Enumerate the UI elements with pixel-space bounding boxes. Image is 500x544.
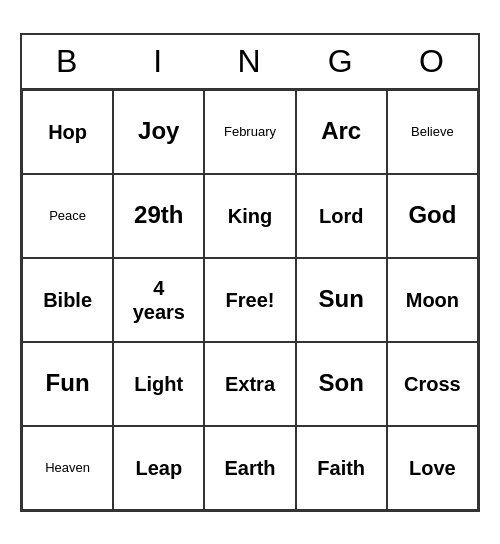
cell-0-1: Joy xyxy=(113,90,204,174)
cell-1-4: God xyxy=(387,174,478,258)
cell-2-3: Sun xyxy=(296,258,387,342)
cell-0-3: Arc xyxy=(296,90,387,174)
cell-1-3: Lord xyxy=(296,174,387,258)
cell-2-1: 4 years xyxy=(113,258,204,342)
header-letter: I xyxy=(113,35,204,88)
cell-2-0: Bible xyxy=(22,258,113,342)
cell-4-0: Heaven xyxy=(22,426,113,510)
cell-3-1: Light xyxy=(113,342,204,426)
cell-0-0: Hop xyxy=(22,90,113,174)
cell-4-3: Faith xyxy=(296,426,387,510)
cell-1-0: Peace xyxy=(22,174,113,258)
cell-4-4: Love xyxy=(387,426,478,510)
header-letter: N xyxy=(204,35,295,88)
header-letter: B xyxy=(22,35,113,88)
header-letter: O xyxy=(387,35,478,88)
cell-4-2: Earth xyxy=(204,426,295,510)
bingo-card: BINGO HopJoyFebruaryArcBelievePeace29thK… xyxy=(20,33,480,512)
cell-1-2: King xyxy=(204,174,295,258)
cell-3-3: Son xyxy=(296,342,387,426)
bingo-header: BINGO xyxy=(22,35,478,90)
cell-0-4: Believe xyxy=(387,90,478,174)
cell-3-4: Cross xyxy=(387,342,478,426)
cell-4-1: Leap xyxy=(113,426,204,510)
bingo-grid: HopJoyFebruaryArcBelievePeace29thKingLor… xyxy=(22,90,478,510)
header-letter: G xyxy=(296,35,387,88)
cell-0-2: February xyxy=(204,90,295,174)
cell-2-2: Free! xyxy=(204,258,295,342)
cell-3-0: Fun xyxy=(22,342,113,426)
cell-1-1: 29th xyxy=(113,174,204,258)
cell-3-2: Extra xyxy=(204,342,295,426)
cell-2-4: Moon xyxy=(387,258,478,342)
